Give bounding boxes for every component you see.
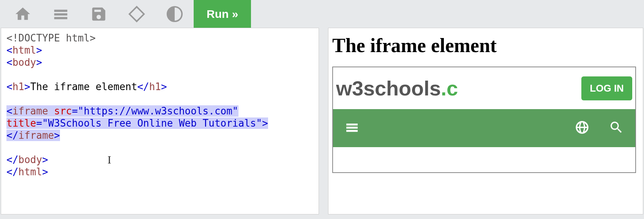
code-angle: >	[42, 166, 48, 178]
code-angle: <	[6, 44, 13, 56]
code-tag: html	[13, 44, 36, 56]
run-button[interactable]: Run »	[194, 0, 251, 28]
iframe-header: w3schools.c LOG IN	[333, 67, 635, 109]
menu-icon[interactable]	[42, 0, 80, 28]
code-angle: <	[6, 57, 13, 68]
code-angle: </	[6, 166, 18, 178]
rotate-icon[interactable]	[118, 0, 156, 28]
code-doctype: <!DOCTYPE html>	[6, 32, 96, 44]
code-editor[interactable]: <!DOCTYPE html> <html> <body> <h1>The if…	[1, 28, 319, 214]
home-icon[interactable]	[4, 0, 42, 28]
menu-icon[interactable]	[344, 120, 360, 136]
code-tag: h1	[149, 81, 161, 92]
code-angle: >	[161, 81, 167, 92]
text-cursor-icon: I	[107, 154, 111, 166]
output-pane: The iframe element w3schools.c LOG IN	[328, 28, 643, 214]
save-icon[interactable]	[80, 0, 118, 28]
toolbar: Run »	[0, 0, 644, 28]
code-angle: </	[137, 81, 149, 92]
code-tag: body	[18, 154, 42, 165]
code-angle: >	[36, 44, 42, 56]
search-icon[interactable]	[609, 120, 624, 136]
w3schools-logo: w3schools.c	[336, 76, 458, 100]
code-tag: body	[13, 57, 36, 68]
main: <!DOCTYPE html> <html> <body> <h1>The if…	[0, 28, 644, 219]
output-heading: The iframe element	[332, 34, 639, 57]
login-button[interactable]: LOG IN	[581, 76, 632, 100]
code-selection: <iframe src="https://www.w3schools.com"	[6, 105, 238, 117]
code-text: The iframe element	[30, 81, 137, 92]
code-angle: <	[6, 81, 13, 92]
iframe-preview[interactable]: w3schools.c LOG IN	[332, 67, 636, 173]
code-angle: </	[6, 154, 18, 165]
iframe-nav	[333, 109, 635, 147]
code-selection: </iframe>	[6, 130, 60, 141]
code-tag: html	[18, 166, 42, 178]
code-tag: h1	[13, 81, 24, 92]
code-angle: >	[42, 154, 48, 165]
code-selection: title="W3Schools Free Online Web Tutoria…	[6, 117, 268, 129]
code-angle: >	[36, 57, 42, 68]
theme-icon[interactable]	[156, 0, 194, 28]
globe-icon[interactable]	[575, 120, 590, 136]
logo-text: w3schools	[336, 77, 441, 100]
code-angle: >	[24, 81, 30, 92]
logo-suffix: .c	[441, 77, 458, 100]
